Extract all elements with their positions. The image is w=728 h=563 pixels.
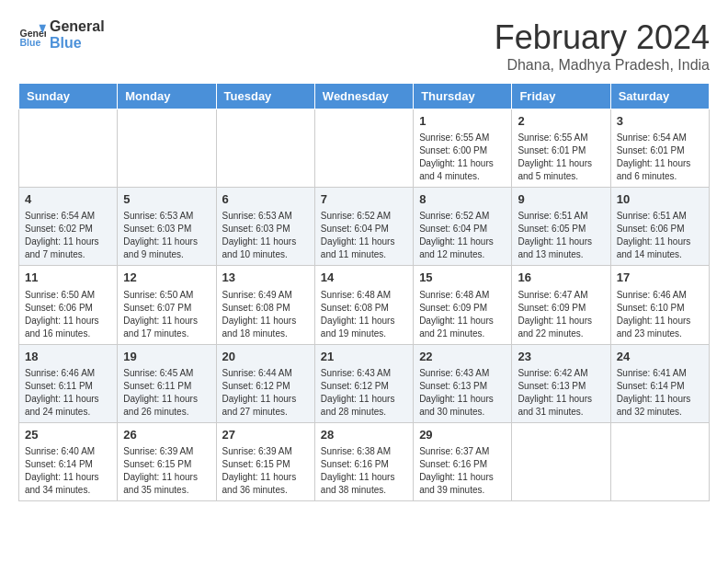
day-info: Sunrise: 6:46 AM Sunset: 6:10 PM Dayligh…: [617, 289, 703, 340]
day-number: 13: [222, 270, 309, 286]
day-info: Sunrise: 6:55 AM Sunset: 6:00 PM Dayligh…: [419, 132, 506, 183]
day-number: 1: [419, 113, 506, 130]
calendar-cell: 19Sunrise: 6:45 AM Sunset: 6:11 PM Dayli…: [118, 344, 216, 422]
calendar-table: SundayMondayTuesdayWednesdayThursdayFrid…: [18, 83, 710, 501]
calendar-cell: 22Sunrise: 6:43 AM Sunset: 6:13 PM Dayli…: [414, 344, 512, 422]
day-info: Sunrise: 6:52 AM Sunset: 6:04 PM Dayligh…: [321, 210, 407, 261]
day-info: Sunrise: 6:43 AM Sunset: 6:13 PM Dayligh…: [419, 367, 506, 419]
calendar-cell: 18Sunrise: 6:46 AM Sunset: 6:11 PM Dayli…: [19, 344, 118, 422]
day-number: 21: [321, 349, 407, 365]
calendar-cell: [118, 109, 216, 188]
day-info: Sunrise: 6:39 AM Sunset: 6:15 PM Dayligh…: [222, 445, 309, 497]
day-header-friday: Friday: [512, 84, 610, 109]
calendar-cell: 3Sunrise: 6:54 AM Sunset: 6:01 PM Daylig…: [610, 109, 709, 188]
logo-blue-text: Blue: [50, 35, 105, 52]
day-info: Sunrise: 6:42 AM Sunset: 6:13 PM Dayligh…: [518, 367, 604, 419]
day-info: Sunrise: 6:41 AM Sunset: 6:14 PM Dayligh…: [617, 367, 703, 419]
day-header-monday: Monday: [118, 84, 216, 109]
logo-general-text: General: [50, 18, 105, 35]
day-number: 25: [25, 427, 111, 443]
svg-text:Blue: Blue: [20, 37, 41, 48]
day-number: 18: [25, 349, 111, 365]
page-header: General Blue General Blue February 2024 …: [18, 18, 710, 74]
calendar-cell: 16Sunrise: 6:47 AM Sunset: 6:09 PM Dayli…: [512, 266, 610, 344]
calendar-cell: 10Sunrise: 6:51 AM Sunset: 6:06 PM Dayli…: [610, 188, 709, 266]
day-number: 11: [25, 270, 111, 286]
calendar-week-row: 11Sunrise: 6:50 AM Sunset: 6:06 PM Dayli…: [19, 266, 710, 344]
day-number: 14: [321, 270, 407, 286]
day-number: 12: [123, 270, 210, 286]
day-info: Sunrise: 6:54 AM Sunset: 6:02 PM Dayligh…: [25, 210, 111, 261]
calendar-cell: 11Sunrise: 6:50 AM Sunset: 6:06 PM Dayli…: [19, 266, 118, 344]
calendar-cell: 6Sunrise: 6:53 AM Sunset: 6:03 PM Daylig…: [216, 188, 314, 266]
day-info: Sunrise: 6:48 AM Sunset: 6:09 PM Dayligh…: [419, 289, 506, 340]
day-header-sunday: Sunday: [19, 84, 118, 109]
day-number: 5: [123, 191, 210, 208]
day-number: 22: [419, 349, 506, 365]
day-info: Sunrise: 6:45 AM Sunset: 6:11 PM Dayligh…: [123, 367, 210, 419]
calendar-week-row: 4Sunrise: 6:54 AM Sunset: 6:02 PM Daylig…: [19, 188, 710, 266]
calendar-cell: 23Sunrise: 6:42 AM Sunset: 6:13 PM Dayli…: [512, 344, 610, 422]
day-number: 26: [123, 427, 210, 443]
day-number: 4: [25, 191, 111, 208]
logo: General Blue General Blue: [18, 18, 105, 51]
day-number: 16: [518, 270, 604, 286]
calendar-week-row: 1Sunrise: 6:55 AM Sunset: 6:00 PM Daylig…: [19, 109, 710, 188]
day-number: 3: [617, 113, 703, 130]
day-info: Sunrise: 6:51 AM Sunset: 6:05 PM Dayligh…: [518, 210, 604, 261]
day-info: Sunrise: 6:53 AM Sunset: 6:03 PM Dayligh…: [123, 210, 210, 261]
day-number: 2: [518, 113, 604, 130]
calendar-cell: 9Sunrise: 6:51 AM Sunset: 6:05 PM Daylig…: [512, 188, 610, 266]
day-number: 24: [617, 349, 703, 365]
calendar-cell: 14Sunrise: 6:48 AM Sunset: 6:08 PM Dayli…: [314, 266, 413, 344]
day-number: 15: [419, 270, 506, 286]
calendar-cell: [216, 109, 314, 188]
day-number: 17: [617, 270, 703, 286]
calendar-cell: 1Sunrise: 6:55 AM Sunset: 6:00 PM Daylig…: [414, 109, 512, 188]
day-info: Sunrise: 6:55 AM Sunset: 6:01 PM Dayligh…: [518, 132, 604, 183]
day-info: Sunrise: 6:49 AM Sunset: 6:08 PM Dayligh…: [222, 289, 309, 340]
location-subtitle: Dhana, Madhya Pradesh, India: [495, 57, 710, 74]
calendar-cell: 15Sunrise: 6:48 AM Sunset: 6:09 PM Dayli…: [414, 266, 512, 344]
day-info: Sunrise: 6:52 AM Sunset: 6:04 PM Dayligh…: [419, 210, 506, 261]
day-info: Sunrise: 6:51 AM Sunset: 6:06 PM Dayligh…: [617, 210, 703, 261]
day-info: Sunrise: 6:50 AM Sunset: 6:06 PM Dayligh…: [25, 289, 111, 340]
day-info: Sunrise: 6:43 AM Sunset: 6:12 PM Dayligh…: [321, 367, 407, 419]
day-header-thursday: Thursday: [414, 84, 512, 109]
logo-icon: General Blue: [18, 21, 46, 49]
calendar-week-row: 25Sunrise: 6:40 AM Sunset: 6:14 PM Dayli…: [19, 422, 710, 500]
calendar-cell: 20Sunrise: 6:44 AM Sunset: 6:12 PM Dayli…: [216, 344, 314, 422]
calendar-cell: 8Sunrise: 6:52 AM Sunset: 6:04 PM Daylig…: [414, 188, 512, 266]
day-header-wednesday: Wednesday: [314, 84, 413, 109]
calendar-cell: [512, 422, 610, 500]
day-info: Sunrise: 6:47 AM Sunset: 6:09 PM Dayligh…: [518, 289, 604, 340]
calendar-cell: 21Sunrise: 6:43 AM Sunset: 6:12 PM Dayli…: [314, 344, 413, 422]
calendar-cell: 12Sunrise: 6:50 AM Sunset: 6:07 PM Dayli…: [118, 266, 216, 344]
day-info: Sunrise: 6:50 AM Sunset: 6:07 PM Dayligh…: [123, 289, 210, 340]
calendar-body: 1Sunrise: 6:55 AM Sunset: 6:00 PM Daylig…: [19, 109, 710, 501]
calendar-cell: 27Sunrise: 6:39 AM Sunset: 6:15 PM Dayli…: [216, 422, 314, 500]
day-number: 10: [617, 191, 703, 208]
day-info: Sunrise: 6:53 AM Sunset: 6:03 PM Dayligh…: [222, 210, 309, 261]
month-title: February 2024: [495, 18, 710, 57]
calendar-cell: 28Sunrise: 6:38 AM Sunset: 6:16 PM Dayli…: [314, 422, 413, 500]
day-info: Sunrise: 6:44 AM Sunset: 6:12 PM Dayligh…: [222, 367, 309, 419]
calendar-cell: 26Sunrise: 6:39 AM Sunset: 6:15 PM Dayli…: [118, 422, 216, 500]
day-info: Sunrise: 6:46 AM Sunset: 6:11 PM Dayligh…: [25, 367, 111, 419]
calendar-cell: 17Sunrise: 6:46 AM Sunset: 6:10 PM Dayli…: [610, 266, 709, 344]
calendar-cell: [610, 422, 709, 500]
calendar-week-row: 18Sunrise: 6:46 AM Sunset: 6:11 PM Dayli…: [19, 344, 710, 422]
calendar-cell: 13Sunrise: 6:49 AM Sunset: 6:08 PM Dayli…: [216, 266, 314, 344]
day-info: Sunrise: 6:48 AM Sunset: 6:08 PM Dayligh…: [321, 289, 407, 340]
calendar-cell: 4Sunrise: 6:54 AM Sunset: 6:02 PM Daylig…: [19, 188, 118, 266]
calendar-cell: 5Sunrise: 6:53 AM Sunset: 6:03 PM Daylig…: [118, 188, 216, 266]
title-area: February 2024 Dhana, Madhya Pradesh, Ind…: [495, 18, 710, 74]
day-info: Sunrise: 6:37 AM Sunset: 6:16 PM Dayligh…: [419, 445, 506, 497]
day-number: 20: [222, 349, 309, 365]
day-info: Sunrise: 6:39 AM Sunset: 6:15 PM Dayligh…: [123, 445, 210, 497]
day-number: 27: [222, 427, 309, 443]
day-number: 23: [518, 349, 604, 365]
calendar-cell: [19, 109, 118, 188]
calendar-cell: 25Sunrise: 6:40 AM Sunset: 6:14 PM Dayli…: [19, 422, 118, 500]
days-header-row: SundayMondayTuesdayWednesdayThursdayFrid…: [19, 84, 710, 109]
